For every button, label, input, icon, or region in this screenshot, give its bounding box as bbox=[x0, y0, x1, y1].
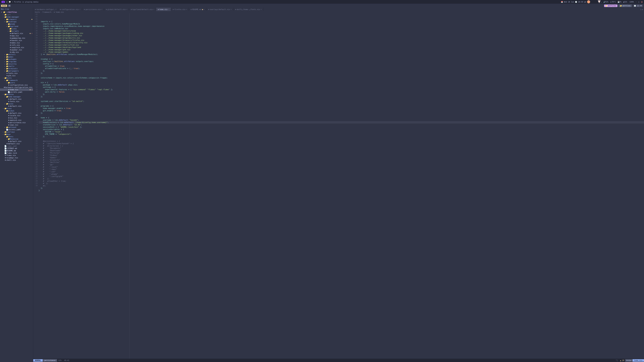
tree-folder[interactable]: ▸📁 packages bbox=[0, 58, 33, 60]
close-icon[interactable]: × bbox=[261, 8, 262, 10]
tree-file[interactable]: ❄ rofi.nix bbox=[0, 44, 33, 46]
tab-close-all-icon[interactable]: ⊗ bbox=[642, 8, 643, 10]
tree-folder[interactable]: ▸📁 overlays bbox=[0, 131, 33, 133]
tree-file[interactable]: ❄ default.nix bbox=[0, 105, 33, 107]
tree-folder[interactable]: ▾📁 nixos bbox=[0, 107, 33, 110]
tree-folder[interactable]: ▾📁 hosts bbox=[0, 77, 33, 79]
tree-file[interactable]: ❄ xdg.nix bbox=[0, 51, 33, 53]
tree-file[interactable]: ❄ gammastep.nix bbox=[0, 37, 33, 39]
close-icon[interactable]: × bbox=[186, 8, 187, 10]
tree-file[interactable]: ❄ eww.nix bbox=[0, 34, 33, 37]
tree-file[interactable]: ❄ default.nix bbox=[0, 143, 33, 145]
tree-folder[interactable]: ▸📁 games bbox=[0, 56, 33, 58]
tree-folder[interactable]: ▸📁 programs bbox=[0, 60, 33, 63]
tree-folder[interactable]: ▸📁 optional bbox=[0, 126, 33, 128]
tree-file[interactable]: ❄ configuration.nix bbox=[0, 84, 33, 86]
minimize-icon[interactable]: − bbox=[636, 1, 636, 3]
tree-file[interactable]: ❄ sops.nix bbox=[0, 124, 33, 126]
tree-folder[interactable]: ▸📁 scripts bbox=[0, 30, 33, 32]
close-icon[interactable]: × bbox=[126, 8, 127, 10]
buffer-tab[interactable]: ❄README.md●× bbox=[189, 8, 206, 11]
tree-folder[interactable]: ▸📁 shells bbox=[0, 65, 33, 67]
tree-file[interactable]: ❄ default.nix bbox=[0, 112, 33, 114]
tmux-session-active[interactable]: 📁 dotfiles bbox=[604, 4, 618, 7]
code-content[interactable]: imports = [ inputs.nix-colors.homeManage… bbox=[38, 13, 644, 359]
menu-icon[interactable]: ⊡ bbox=[6, 1, 8, 3]
tree-file[interactable]: 📄 .sops.yaml bbox=[0, 145, 33, 147]
buffer-tab[interactable]: ❄global/default.nix× bbox=[104, 8, 129, 11]
breadcrumb-seg[interactable]: ❄ home.nix bbox=[54, 11, 64, 13]
volume-indicator[interactable]: 🔊72% bbox=[604, 1, 608, 3]
breadcrumb-seg[interactable]: framework bbox=[42, 11, 51, 13]
close-icon[interactable]: × bbox=[204, 8, 204, 10]
tree-file[interactable]: ❄ fonts.nix bbox=[0, 100, 33, 103]
tree-file[interactable]: 📄 LICENSE.md bbox=[0, 147, 33, 150]
tree-folder[interactable]: ▾📁 pkgs bbox=[0, 133, 33, 135]
tree-folder[interactable]: ▾📁 nixos bbox=[0, 103, 33, 105]
file-tree[interactable]: Neo-tree ▾ 📁 ~/dotfiles ▸📁 .git▾📁 home-m… bbox=[0, 8, 33, 362]
buffer-tab[interactable]: ❄hardware-configur…× bbox=[33, 8, 58, 11]
tree-folder[interactable]: ▾📁 home-manager bbox=[0, 16, 33, 18]
tree-file[interactable]: ❄ kanshi.nix bbox=[0, 39, 33, 41]
tree-folder[interactable]: ▸📁 browsers● bbox=[0, 18, 33, 20]
tree-folder[interactable]: ▸📁 editors bbox=[0, 53, 33, 56]
tree-folder[interactable]: ▾📁 home-manager bbox=[0, 96, 33, 98]
buffer-tab[interactable]: ❄persistance.nix× bbox=[82, 8, 104, 11]
tree-file[interactable]: 📄 secrets.yaml bbox=[0, 91, 33, 93]
tree-file[interactable]: 📄 README.md [+] x bbox=[0, 150, 33, 152]
tree-file[interactable]: ❄ persistance.nix bbox=[0, 121, 33, 124]
tree-folder[interactable]: ▸📁 users bbox=[0, 81, 33, 84]
tree-folder[interactable]: ▾📁 global bbox=[0, 110, 33, 112]
buffer-tab[interactable]: ❄overlays/default.nix× bbox=[206, 8, 234, 11]
tree-folder[interactable]: ▸📁 .git bbox=[0, 13, 33, 16]
buffer-tab[interactable]: ❄home.nix× bbox=[156, 8, 171, 11]
tree-file[interactable]: 📄 flake.lock bbox=[0, 152, 33, 154]
buffer-tab[interactable]: ❄firefox.nix× bbox=[171, 8, 189, 11]
chat-icon[interactable]: 💬 bbox=[9, 1, 11, 3]
tree-file[interactable]: ❄ shell.nix bbox=[0, 159, 33, 161]
tree-file[interactable]: ❄ mako.nix bbox=[0, 41, 33, 44]
tree-file[interactable]: ❄ fonts.nix bbox=[0, 72, 33, 74]
close-icon[interactable]: × bbox=[56, 8, 56, 10]
buffer-tab[interactable]: ❄dotfi…/home-…/fonts.nix× bbox=[234, 8, 264, 11]
tree-file[interactable]: ❄ gtk.nix bbox=[0, 74, 33, 77]
tree-file[interactable]: 📄 secrets.yaml bbox=[0, 128, 33, 131]
tree-folder[interactable]: ▾📁 desktops bbox=[0, 20, 33, 23]
close-icon[interactable]: × bbox=[231, 8, 232, 10]
buffer-tab[interactable]: ❄hyprland/default.nix× bbox=[129, 8, 156, 11]
dropdown-icon[interactable]: ⌄ bbox=[600, 1, 602, 3]
tree-file[interactable]: ❄ home.nix● x bbox=[0, 88, 33, 91]
tree-file[interactable]: ❄ swaylock.nix bbox=[0, 46, 33, 49]
workspace-indicator[interactable]: ◆ bbox=[1, 1, 5, 3]
tree-folder[interactable]: ▸📁 MonoLisa bbox=[0, 138, 33, 140]
tree-file[interactable]: ❄ default.nix bbox=[0, 98, 33, 100]
tree-folder[interactable]: ▸📁 security bbox=[0, 63, 33, 65]
tmux-session-inactive[interactable]: 📁 dotfiles bbox=[618, 4, 632, 7]
breadcrumb-seg[interactable]: hosts bbox=[35, 11, 40, 13]
tree-folder[interactable]: ▾📁 framework bbox=[0, 79, 33, 81]
tree-file[interactable]: ❄ nix.nix bbox=[0, 117, 33, 119]
tree-folder[interactable]: ▸📁 terminals bbox=[0, 67, 33, 70]
buffer-tab[interactable]: ❄configuration.nix× bbox=[58, 8, 82, 11]
tree-file[interactable]: ❄ default.nix● x bbox=[0, 32, 33, 34]
code-area[interactable]: 4342414039383736353433323130292827262524… bbox=[33, 13, 644, 359]
tree-file[interactable]: ❄ nixpkgs.nix bbox=[0, 157, 33, 159]
power-icon[interactable]: ⏻ bbox=[641, 1, 643, 3]
notification-dot[interactable] bbox=[587, 0, 590, 3]
close-icon[interactable]: × bbox=[102, 8, 102, 10]
tree-folder[interactable]: ▾📁 modules bbox=[0, 93, 33, 96]
tree-folder[interactable]: ▾📁 hyprland bbox=[0, 25, 33, 27]
tree-file[interactable]: ❄ default.nix bbox=[0, 140, 33, 143]
tree-file[interactable]: ❄ openssh.nix bbox=[0, 119, 33, 121]
tree-folder[interactable]: ▸📁 gnome bbox=[0, 23, 33, 25]
tree-folder[interactable]: ▸📁 wallpapers bbox=[0, 70, 33, 72]
maximize-icon[interactable]: □ bbox=[638, 1, 639, 3]
close-icon[interactable]: × bbox=[80, 8, 80, 10]
tree-file[interactable]: ❄ hardware-configuration.nix bbox=[0, 86, 33, 88]
close-icon[interactable]: × bbox=[168, 8, 169, 10]
tree-folder[interactable]: ▾📁 fonts bbox=[0, 135, 33, 138]
sidebar-root[interactable]: ▾ 📁 ~/dotfiles bbox=[0, 11, 33, 13]
tree-file[interactable]: ❄ flake.nix bbox=[0, 154, 33, 157]
close-icon[interactable]: × bbox=[154, 8, 154, 10]
diagnostics[interactable]: ▲ 20 bbox=[619, 359, 625, 362]
